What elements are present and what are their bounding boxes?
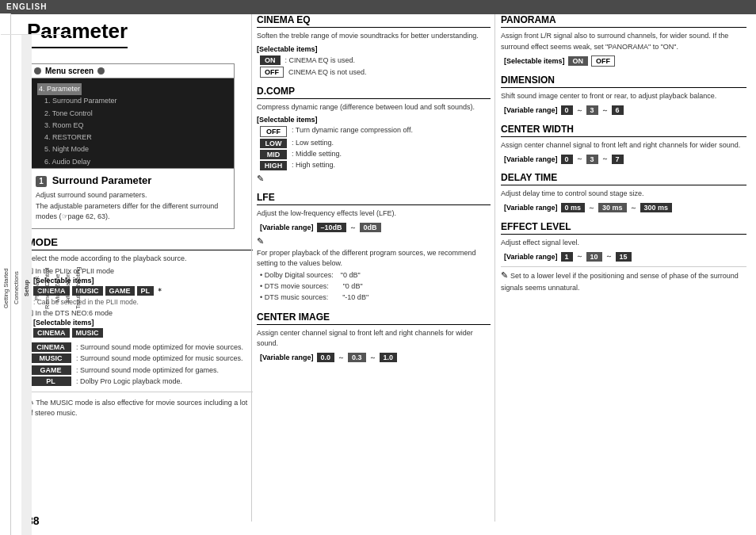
effect-level-section: EFFECT LEVEL Adjust effect signal level.…: [501, 221, 746, 294]
lfe-range-to: 0dB: [360, 223, 381, 232]
dimension-from: 0: [561, 105, 573, 115]
delay-time-to: 300 ms: [640, 203, 673, 212]
cinema-eq-on-row: ON : CINEMA EQ is used.: [260, 55, 491, 65]
sidebar-item-connections[interactable]: Connections: [11, 34, 21, 535]
lfe-tilde: ～: [349, 223, 357, 233]
dimension-to: 6: [612, 105, 624, 115]
delay-time-desc: Adjust delay time to control sound stage…: [501, 189, 746, 200]
pencil-icon-effect: ✎: [501, 270, 508, 280]
dimension-desc: Shift sound image center to front or rea…: [501, 91, 746, 102]
lfe-title: LFE: [257, 192, 491, 205]
sidebar-item-getting-started[interactable]: Getting Started: [1, 34, 11, 535]
dimension-title: DIMENSION: [501, 75, 746, 88]
lfe-note: For proper playback of the different pro…: [257, 248, 491, 269]
panorama-desc: Assign front L/R signal also to surround…: [501, 31, 746, 52]
delay-time-from: 0 ms: [561, 203, 586, 212]
effect-level-from: 1: [561, 252, 573, 262]
dcomp-item-high: HIGH : High setting.: [260, 161, 491, 170]
delay-time-section: DELAY TIME Adjust delay time to control …: [501, 172, 746, 213]
dcomp-mid-tag: MID: [260, 150, 287, 159]
center-image-tilde2: ～: [369, 353, 376, 363]
pl-desc: : Dolby Pro Logic playback mode.: [76, 376, 182, 387]
main-area: Parameter Menu screen 4. Parameter 1. Su…: [11, 0, 756, 535]
dcomp-item-low: LOW : Low setting.: [260, 139, 491, 148]
cinema-eq-off-row: OFF CINEMA EQ is not used.: [260, 67, 491, 78]
dcomp-item-mid: MID : Middle setting.: [260, 150, 491, 159]
game-desc: : Surround sound mode optimized for game…: [76, 365, 219, 376]
center-image-to: 1.0: [380, 353, 398, 362]
sidebar-container: Getting Started Connections Setup Playba…: [0, 14, 11, 535]
center-width-desc: Assign center channel signal to front le…: [501, 140, 746, 151]
delay-time-variable-label: [Variable range]: [504, 204, 558, 212]
effect-level-pencil-note: Set to a lower level if the positioning …: [501, 272, 739, 292]
center-width-variable-label: [Variable range]: [504, 155, 558, 163]
dcomp-section: D.COMP Compress dynamic range (differenc…: [257, 86, 491, 185]
panorama-section: PANORAMA Assign front L/R signal also to…: [501, 14, 746, 67]
center-width-title: CENTER WIDTH: [501, 124, 746, 137]
effect-level-desc: Adjust effect signal level.: [501, 238, 746, 249]
pencil-icon-lfe: ✎: [257, 236, 264, 246]
center-width-to: 7: [612, 155, 624, 164]
center-image-title: CENTER IMAGE: [257, 311, 491, 325]
effect-level-mid: 10: [586, 252, 602, 262]
delay-time-range-row: [Variable range] 0 ms ～ 30 ms ～ 300 ms: [504, 203, 746, 213]
effect-level-title: EFFECT LEVEL: [501, 221, 746, 235]
lfe-desc: Adjust the low-frequency effects level (…: [257, 208, 491, 220]
tag-pl: PL: [137, 286, 155, 296]
center-image-tilde1: ～: [338, 353, 345, 363]
cinema-eq-on-tag: ON: [260, 55, 281, 65]
center-width-tilde2: ～: [601, 154, 609, 164]
cinema-eq-title: CINEMA EQ: [257, 14, 491, 28]
cinema-eq-on-desc: : CINEMA EQ is used.: [285, 56, 356, 64]
right-column: PANORAMA Assign front L/R signal also to…: [501, 14, 746, 301]
center-width-from: 0: [561, 155, 573, 164]
cinema-eq-off-desc: CINEMA EQ is not used.: [288, 68, 367, 76]
center-width-range-row: [Variable range] 0 ～ 3 ～ 7: [504, 154, 746, 164]
dcomp-selectable-label: [Selectable items]: [257, 116, 491, 124]
effect-level-to: 15: [616, 252, 632, 262]
sidebar-item-remote-control[interactable]: Remote Control: [42, 34, 52, 535]
panorama-selectable-row: [Selectable items] ON OFF: [504, 55, 746, 67]
dcomp-pencil: ✎: [257, 174, 491, 184]
lfe-bullet-1: • Dolby Digital sources: "0 dB": [260, 269, 491, 281]
lfe-range-row: [Variable range] –10dB ～ 0dB: [260, 223, 491, 233]
pencil-icon-dcomp: ✎: [257, 174, 264, 183]
dimension-section: DIMENSION Shift sound image center to fr…: [501, 75, 746, 116]
lfe-bullets: • Dolby Digital sources: "0 dB" • DTS mo…: [260, 269, 491, 304]
sidebar-item-setup[interactable]: Setup: [21, 34, 32, 535]
dcomp-high-desc: : High setting.: [292, 161, 335, 169]
panorama-title: PANORAMA: [501, 14, 746, 28]
center-image-range-row: [Variable range] 0.0 ～ 0.3 ～ 1.0: [260, 353, 491, 363]
dimension-variable-label: [Variable range]: [504, 106, 558, 114]
lfe-section: LFE Adjust the low-frequency effects lev…: [257, 192, 491, 304]
cinema-eq-off-tag: OFF: [260, 67, 284, 78]
sidebar-item-troubleshooting[interactable]: Troubleshooting: [73, 34, 83, 535]
dimension-mid: 3: [586, 105, 598, 115]
cinema-eq-selectable-label: [Selectable items]: [257, 45, 491, 53]
effect-level-pencil-box: ✎ Set to a lower level if the positionin…: [501, 266, 746, 293]
dcomp-low-tag: LOW: [260, 139, 287, 148]
delay-time-mid: 30 ms: [598, 203, 627, 212]
lfe-variable-label: [Variable range]: [260, 224, 314, 231]
center-width-tilde1: ～: [576, 154, 583, 164]
tag-asterisk: ＊: [156, 286, 163, 296]
dimension-tilde1: ～: [576, 105, 583, 116]
dimension-tilde2: ～: [601, 105, 609, 116]
center-image-from: 0.0: [317, 353, 335, 362]
music-desc: : Surround sound mode optimized for musi…: [76, 353, 243, 364]
effect-level-tilde2: ～: [605, 251, 613, 262]
center-width-mid: 3: [586, 155, 598, 164]
dcomp-mid-desc: : Middle setting.: [292, 150, 342, 158]
sidebar-item-information[interactable]: Information: [63, 34, 73, 535]
cinema-desc: : Surround sound mode optimized for movi…: [76, 342, 243, 353]
cinema-eq-section: CINEMA EQ Soften the treble range of mov…: [257, 14, 491, 78]
center-column: CINEMA EQ Soften the treble range of mov…: [257, 14, 491, 371]
panorama-selectable-label: [Selectable items]: [504, 57, 565, 65]
lfe-bullet-3: • DTS music sources: "-10 dB": [260, 292, 491, 303]
sidebar-item-multi-zone[interactable]: Multi-Zone: [52, 34, 63, 535]
delay-time-tilde2: ～: [630, 203, 637, 213]
center-width-section: CENTER WIDTH Assign center channel signa…: [501, 124, 746, 165]
divider-center-right: [494, 14, 495, 522]
effect-level-range-row: [Variable range] 1 ～ 10 ～ 15: [504, 251, 746, 262]
sidebar-item-playback[interactable]: Playback: [32, 34, 42, 535]
